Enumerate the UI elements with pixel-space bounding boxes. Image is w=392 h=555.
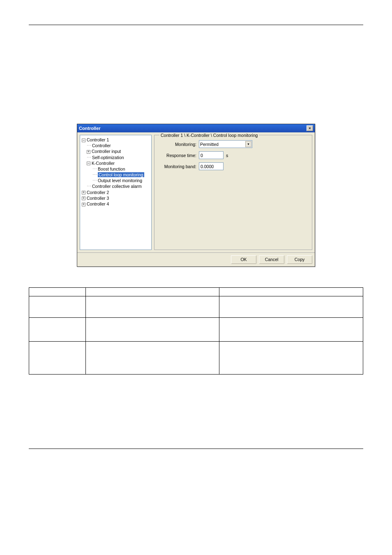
table-cell (29, 318, 86, 342)
tree-node-controller2[interactable]: +Controller 2 (81, 190, 150, 195)
table-cell (86, 318, 219, 342)
tree-panel[interactable]: −Controller 1 ⋯Controller +Controller in… (80, 135, 152, 250)
table-cell (219, 342, 363, 375)
fieldset-legend: Controller 1 \ K-Controller \ Control lo… (159, 133, 259, 138)
tree-node-controller-input[interactable]: +Controller input (81, 148, 150, 154)
form-panel: Controller 1 \ K-Controller \ Control lo… (154, 135, 312, 250)
table-cell (219, 318, 363, 342)
tree-connector: ⋯ (92, 166, 97, 172)
close-icon: × (309, 126, 311, 130)
response-time-unit: s (226, 153, 228, 158)
monitoring-select[interactable]: Permitted ▼ (199, 140, 252, 148)
chevron-down-icon: ▼ (245, 141, 251, 147)
tree-connector: ⋯ (87, 155, 91, 160)
table-header (219, 288, 363, 296)
table-cell (29, 342, 86, 375)
table-cell (86, 296, 219, 318)
expand-icon[interactable]: + (82, 191, 85, 194)
cancel-button[interactable]: Cancel (259, 255, 284, 264)
monitoring-band-input[interactable] (199, 162, 224, 170)
tree-node-self-optimization[interactable]: ⋯Self-optimization (81, 155, 150, 160)
ok-button[interactable]: OK (231, 255, 256, 264)
tree-node-control-loop-monitoring[interactable]: ⋯Control loop monitoring (81, 172, 150, 178)
row-monitoring: Monitoring: Permitted ▼ (158, 140, 309, 148)
response-time-input[interactable] (199, 151, 224, 159)
tree-node-controller3[interactable]: +Controller 3 (81, 195, 150, 201)
tree-node-controller[interactable]: ⋯Controller (81, 143, 150, 148)
top-divider (29, 25, 363, 25)
fieldset: Controller 1 \ K-Controller \ Control lo… (154, 135, 312, 250)
expand-icon[interactable]: + (82, 197, 85, 200)
table-row (29, 342, 363, 375)
tree-node-output-level-monitoring[interactable]: ⋯Output level monitoring (81, 178, 150, 183)
table-cell (29, 296, 86, 318)
tree-connector: ⋯ (92, 178, 97, 183)
table-header-row (29, 288, 363, 296)
table-cell (219, 296, 363, 318)
expand-icon[interactable]: + (87, 150, 90, 154)
collapse-icon[interactable]: − (82, 139, 85, 142)
close-button[interactable]: × (307, 125, 313, 131)
tree-connector: ⋯ (92, 172, 97, 178)
table-cell (86, 342, 219, 375)
dialog-footer: OK Cancel Copy (77, 252, 315, 266)
tree-node-k-controller[interactable]: −K-Controller (81, 160, 150, 166)
bottom-divider (29, 449, 363, 449)
monitoring-value: Permitted (200, 142, 219, 147)
tree-node-boost-function[interactable]: ⋯Boost function (81, 166, 150, 172)
tree-connector: ⋯ (87, 183, 91, 189)
tree-node-collective-alarm[interactable]: ⋯Controller collective alarm (81, 183, 150, 189)
copy-button[interactable]: Copy (287, 255, 312, 264)
expand-icon[interactable]: + (82, 203, 85, 206)
table-header (86, 288, 219, 296)
table-row (29, 296, 363, 318)
response-time-label: Response time: (158, 153, 199, 158)
doc-table (29, 287, 363, 375)
monitoring-label: Monitoring: (158, 142, 199, 147)
row-monitoring-band: Monitoring band: (158, 162, 309, 170)
titlebar: Controller × (77, 124, 315, 132)
table-header (29, 288, 86, 296)
dialog-body: −Controller 1 ⋯Controller +Controller in… (77, 132, 315, 252)
tree-node-controller1[interactable]: −Controller 1 (81, 137, 150, 143)
controller-dialog: Controller × −Controller 1 ⋯Controller +… (77, 124, 315, 267)
collapse-icon[interactable]: − (87, 162, 90, 165)
dialog-title: Controller (79, 126, 101, 131)
tree-connector: ⋯ (87, 143, 91, 148)
row-response-time: Response time: s (158, 151, 309, 159)
monitoring-band-label: Monitoring band: (158, 164, 199, 169)
tree-node-controller4[interactable]: +Controller 4 (81, 201, 150, 207)
table-row (29, 318, 363, 342)
